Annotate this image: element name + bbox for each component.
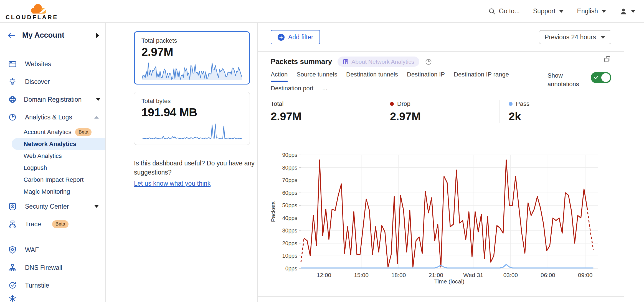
sidebar-item-carbon-impact-report[interactable]: Carbon Impact Report	[0, 174, 105, 186]
sidebar-item-magic-monitoring[interactable]: Magic Monitoring	[0, 186, 105, 198]
stat-label: Total	[271, 100, 283, 108]
spark-icon	[8, 294, 17, 302]
go-to-label: Go to...	[499, 7, 520, 15]
svg-text:40pps: 40pps	[282, 215, 298, 221]
feedback-question: Is this dashboard useful? Do you have an…	[134, 159, 262, 177]
sidebar-item-label: Account Analytics	[24, 129, 71, 136]
sidebar-item-label: Turnstile	[25, 282, 49, 289]
total-packets-card[interactable]: Total packets 2.97M	[134, 31, 250, 85]
sidebar-item-logpush[interactable]: Logpush	[0, 162, 105, 174]
drop-legend-dot	[390, 102, 394, 106]
language-menu[interactable]: English	[577, 7, 606, 15]
sidebar-item-label: Analytics & Logs	[25, 114, 72, 121]
stat-label-row: Drop	[390, 100, 500, 108]
sidebar-item-analytics-logs[interactable]: Analytics & Logs	[0, 108, 105, 126]
sidebar-item-trace[interactable]: TraceBeta	[0, 215, 105, 233]
sidebar-item-label: Network Analytics	[24, 140, 76, 148]
feedback-block: Is this dashboard useful? Do you have an…	[134, 159, 262, 188]
tab-more[interactable]: ...	[322, 83, 327, 96]
beta-badge: Beta	[75, 128, 92, 136]
caret-down-icon	[601, 10, 606, 13]
card-title: Total packets	[141, 37, 242, 44]
caret-down-icon	[600, 36, 605, 39]
add-filter-button[interactable]: Add filter	[271, 30, 320, 44]
sidebar-item-label: Discover	[25, 78, 50, 86]
stat-value: 2.97M	[390, 110, 500, 123]
tab-destination-port[interactable]: Destination port	[271, 83, 313, 96]
globe-icon	[8, 95, 17, 104]
stat-label-row: Total	[271, 100, 381, 108]
sidebar-item-turnstile[interactable]: Turnstile	[0, 277, 105, 294]
trace-icon	[8, 220, 17, 228]
svg-text:Wed 31: Wed 31	[463, 272, 483, 278]
expand-panel-icon[interactable]	[604, 55, 611, 63]
sidebar-nav: WebsitesDiscoverDomain RegistrationAnaly…	[0, 48, 105, 302]
sidebar-item-web-analytics[interactable]: Web Analytics	[0, 150, 105, 162]
svg-text:03:00: 03:00	[503, 272, 518, 278]
stat-value: 2k	[509, 110, 529, 123]
sidebar-item-websites[interactable]: Websites	[0, 55, 105, 73]
support-menu[interactable]: Support	[533, 7, 564, 15]
stat-drop: Drop2.97M	[381, 100, 500, 123]
search-icon	[488, 8, 496, 15]
stat-total: Total2.97M	[271, 100, 381, 123]
sidebar-item-waf[interactable]: WAF	[0, 241, 105, 259]
svg-text:10pps: 10pps	[282, 253, 298, 259]
svg-text:Time (local): Time (local)	[434, 278, 465, 285]
tab-source-tunnels[interactable]: Source tunnels	[296, 69, 337, 82]
tab-destination-tunnels[interactable]: Destination tunnels	[346, 69, 398, 82]
safe-icon	[8, 202, 18, 211]
sidebar-item-dns-firewall[interactable]: DNS Firewall	[0, 259, 105, 277]
pie-icon	[8, 113, 18, 121]
chevron-up-icon	[94, 116, 99, 119]
top-bar: CLOUDFLARE Go to... Support English	[0, 0, 644, 23]
account-menu[interactable]	[620, 8, 636, 15]
sidebar-item-account-analytics[interactable]: Account AnalyticsBeta	[0, 126, 105, 138]
sidebar-account-header[interactable]: My Account	[0, 23, 105, 48]
time-range-dropdown[interactable]: Previous 24 hours	[539, 30, 611, 44]
stat-label: Drop	[397, 100, 410, 108]
card-title: Total bytes	[141, 98, 242, 105]
packets-chart-area: 0pps10pps20pps30pps40pps50pps60pps70pps8…	[271, 150, 612, 286]
svg-text:12:00: 12:00	[317, 272, 331, 278]
about-network-analytics-badge[interactable]: About Network Analytics	[338, 57, 419, 67]
svg-text:80pps: 80pps	[282, 165, 298, 171]
total-bytes-sparkline	[141, 121, 242, 141]
packets-time-series-chart[interactable]: 0pps10pps20pps30pps40pps50pps60pps70pps8…	[271, 150, 612, 286]
stat-pass: Pass2k	[500, 100, 529, 123]
lightbulb-icon	[8, 78, 18, 86]
stats-row: Total2.97MDrop2.97MPass2k	[271, 100, 611, 123]
main-content: Add filter Previous 24 hours Packets sum…	[258, 23, 624, 302]
tab-destination-ip-range[interactable]: Destination IP range	[454, 69, 509, 82]
tab-action[interactable]: Action	[271, 69, 288, 82]
refresh-check-icon	[8, 281, 17, 290]
sidebar-item-label: Domain Registration	[24, 96, 82, 103]
sidebar-item-discover[interactable]: Discover	[0, 73, 105, 91]
tab-destination-ip[interactable]: Destination IP	[407, 69, 445, 82]
sidebar-item-domain-registration[interactable]: Domain Registration	[0, 91, 105, 108]
toggle-knob	[601, 73, 610, 82]
panel-title: Packets summary	[271, 57, 332, 66]
packets-summary-panel: Packets summary About Network Analytics …	[258, 51, 624, 297]
panel-header: Packets summary About Network Analytics	[271, 57, 432, 67]
feedback-link[interactable]: Let us know what you think	[134, 179, 211, 188]
sidebar-item-network-analytics[interactable]: Network Analytics	[12, 138, 105, 150]
sidebar-item-label: Security Center	[25, 203, 69, 210]
add-filter-label: Add filter	[288, 34, 313, 41]
svg-text:18:00: 18:00	[391, 272, 406, 278]
support-label: Support	[533, 7, 556, 15]
svg-text:09:00: 09:00	[578, 272, 593, 278]
chevron-down-icon	[94, 205, 99, 208]
sidebar-item-security-center[interactable]: Security Center	[0, 198, 105, 215]
go-to-search[interactable]: Go to...	[488, 7, 520, 15]
svg-text:50pps: 50pps	[282, 202, 298, 208]
top-nav: Go to... Support English	[488, 7, 636, 15]
sidebar-item-label: WAF	[25, 246, 39, 254]
total-bytes-card[interactable]: Total bytes 191.94 MB	[134, 92, 250, 145]
svg-text:Packets: Packets	[271, 201, 276, 222]
cloudflare-logo[interactable]: CLOUDFLARE	[6, 2, 58, 21]
pie-chart-icon[interactable]	[425, 58, 432, 65]
sidebar-item-partial[interactable]	[0, 294, 105, 302]
annotations-toggle[interactable]	[591, 72, 611, 83]
scroll-gutter[interactable]	[624, 23, 644, 302]
